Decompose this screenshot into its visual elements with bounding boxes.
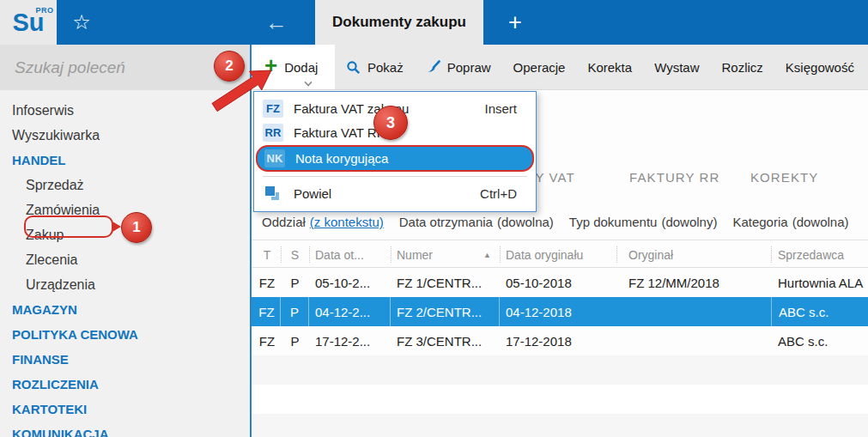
brush-icon — [426, 60, 440, 75]
empty-row-stripe — [252, 355, 868, 385]
sidebar-section-magazyn[interactable]: MAGAZYN — [0, 297, 250, 322]
favorites-star-icon[interactable]: ☆ — [57, 0, 106, 45]
issue-button[interactable]: Wystaw — [643, 45, 710, 89]
rr-document-badge: RR — [263, 124, 283, 142]
new-tab-button[interactable]: + — [496, 0, 534, 45]
sidebar-section-komunikacja[interactable]: KOMUNIKACJA — [0, 422, 250, 437]
column-header-sprzedawca[interactable]: Sprzedawca — [771, 241, 868, 268]
sidebar-section-handel[interactable]: HANDEL — [0, 148, 250, 173]
sidebar-section-finanse[interactable]: FINANSE — [0, 347, 250, 372]
menu-item-faktura-vat-zakupu[interactable]: FZ Faktura VAT zakupu Insert — [254, 96, 536, 120]
search-input[interactable] — [0, 45, 250, 90]
column-separator — [616, 246, 617, 263]
sidebar-item-urzadzenia[interactable]: Urządzenia — [0, 272, 250, 297]
tab-dokumenty-zakupu[interactable]: Dokumenty zakupu — [315, 0, 483, 45]
app-window: SuPRO ☆ ← Dokumenty zakupu + Infoserwis … — [0, 0, 868, 437]
sidebar-item-wyszukiwarka[interactable]: Wyszukiwarka — [0, 123, 250, 148]
fz-document-badge: FZ — [263, 100, 283, 118]
sidebar-item-sprzedaz[interactable]: Sprzedaż — [0, 173, 250, 197]
sidebar-divider — [250, 45, 252, 437]
view-tab-korekty[interactable]: KOREKTY — [750, 170, 818, 185]
toolbar: + Dodaj Pokaż Popraw Operacje Korekta Wy… — [252, 45, 868, 90]
menu-separator — [263, 176, 527, 177]
duplicate-icon — [264, 185, 280, 201]
sidebar-item-zlecenia[interactable]: Zlecenia — [0, 247, 250, 272]
sidebar-item-infoserwis[interactable]: Infoserwis — [0, 98, 250, 123]
command-search-box[interactable] — [0, 45, 250, 90]
logo-text: SuPRO — [12, 10, 44, 35]
accounting-button[interactable]: Księgowość — [774, 45, 865, 89]
top-bar: SuPRO ☆ ← Dokumenty zakupu + — [0, 0, 868, 45]
table-header: T S Data ot... Numer ▲ Data oryginału Or… — [252, 241, 868, 268]
menu-item-powiel[interactable]: Powiel Ctrl+D — [254, 181, 536, 205]
table-row[interactable]: FZ P 05-10-2... FZ 1/CENTR... 05-10-2018… — [252, 268, 868, 297]
filter-kategoria[interactable]: Kategoria (dowolna) — [732, 215, 848, 229]
shortcut-insert: Insert — [484, 101, 517, 116]
edit-button[interactable]: Popraw — [415, 45, 502, 89]
column-header-data-ot[interactable]: Data ot... — [309, 241, 391, 268]
column-header-data-oryginalu[interactable]: Data oryginału — [500, 241, 616, 268]
plus-icon: + — [264, 57, 277, 74]
operations-button[interactable]: Operacje — [502, 45, 577, 89]
column-separator — [771, 246, 772, 263]
sidebar-item-zakup[interactable]: Zakup — [0, 222, 250, 247]
column-header-s[interactable]: S — [281, 241, 309, 268]
sidebar-section-kartoteki[interactable]: KARTOTEKI — [0, 397, 250, 422]
filter-typ-dokumentu[interactable]: Typ dokumentu (dowolny) — [569, 215, 718, 229]
add-button[interactable]: + Dodaj — [252, 45, 335, 89]
shortcut-ctrl-d: Ctrl+D — [480, 186, 517, 201]
menu-item-nota-korygujaca[interactable]: NK Nota korygująca — [256, 145, 534, 172]
add-dropdown-menu: FZ Faktura VAT zakupu Insert RR Faktura … — [253, 91, 537, 212]
empty-row-stripe — [252, 414, 868, 437]
sort-ascending-icon: ▲ — [483, 251, 491, 259]
chevron-down-icon[interactable] — [305, 79, 312, 86]
column-separator — [391, 246, 392, 263]
column-separator — [281, 246, 282, 263]
filter-oddzial-value-link[interactable]: (z kontekstu) — [310, 215, 384, 229]
sidebar-section-polityka-cenowa[interactable]: POLITYKA CENOWA — [0, 322, 250, 347]
column-header-oryginal[interactable]: Oryginał — [616, 241, 771, 268]
correction-button[interactable]: Korekta — [576, 45, 643, 89]
table-row-selected[interactable]: FZ P 04-12-2... FZ 2/CENTR... 04-12-2018… — [252, 297, 868, 326]
column-separator — [309, 246, 310, 263]
sidebar-section-rozliczenia[interactable]: ROZLICZENIA — [0, 372, 250, 397]
menu-item-faktura-vat-rr[interactable]: RR Faktura VAT RR — [254, 120, 536, 144]
table-row[interactable]: FZ P 17-12-2... FZ 3/CENTR... 17-12-2018… — [252, 326, 868, 355]
view-tab-faktury-rr[interactable]: FAKTURY RR — [629, 170, 719, 185]
settle-button[interactable]: Rozlicz — [711, 45, 774, 89]
sidebar: Infoserwis Wyszukiwarka HANDEL Sprzedaż … — [0, 45, 250, 437]
logo-pro-suffix: PRO — [35, 7, 53, 15]
filter-data-otrzymania[interactable]: Data otrzymania (dowolna) — [399, 215, 554, 229]
show-button[interactable]: Pokaż — [335, 45, 415, 89]
app-logo: SuPRO — [0, 0, 57, 45]
back-arrow-icon[interactable]: ← — [254, 0, 299, 45]
sidebar-nav: Infoserwis Wyszukiwarka HANDEL Sprzedaż … — [0, 90, 250, 437]
sidebar-item-zamowienia[interactable]: Zamówienia — [0, 197, 250, 222]
empty-row-stripe — [252, 385, 868, 414]
column-header-t[interactable]: T — [253, 241, 281, 268]
column-separator — [500, 246, 501, 263]
nk-document-badge: NK — [264, 149, 285, 167]
magnifier-icon — [346, 60, 361, 75]
filter-oddzial[interactable]: Oddział (z kontekstu) — [262, 215, 384, 229]
